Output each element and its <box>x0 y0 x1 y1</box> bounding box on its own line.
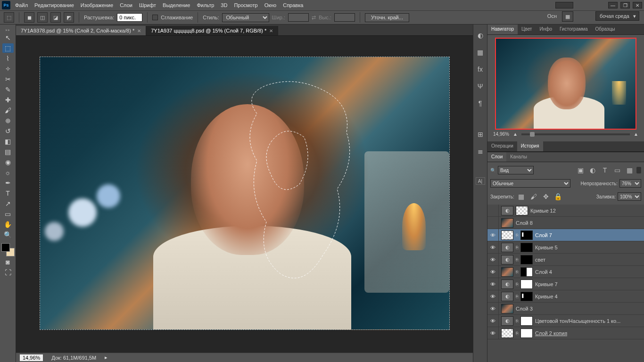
pen-tool[interactable]: ✒ <box>2 178 14 188</box>
workspace-icon[interactable]: ▦ <box>562 11 573 22</box>
refine-edge-button[interactable]: Уточн. край... <box>365 13 409 22</box>
tab-histogram[interactable]: Гистограмма <box>556 25 592 34</box>
layer-name[interactable]: Кривые 4 <box>535 294 558 299</box>
visibility-toggle[interactable]: 👁 <box>489 281 496 287</box>
layer-name[interactable]: свет <box>535 257 545 263</box>
filter-smart-icon[interactable]: ▦ <box>624 165 635 175</box>
layer-name[interactable]: Цветовой тон/Насыщенность 1 ко... <box>535 318 620 324</box>
layer-thumbnail[interactable] <box>501 230 513 240</box>
visibility-toggle[interactable]: 👁 <box>489 294 496 299</box>
antialias-checkbox[interactable] <box>152 15 158 20</box>
dock-char-icon[interactable]: Ψ <box>475 81 486 91</box>
canvas-image[interactable] <box>40 57 450 330</box>
dodge-tool[interactable]: ☼ <box>2 168 14 177</box>
dock-color-icon[interactable]: ◐ <box>475 30 486 41</box>
close-button[interactable]: ✕ <box>633 2 642 8</box>
navigator-thumbnail[interactable] <box>495 38 636 130</box>
screenmode-tool[interactable]: ⛶ <box>2 268 14 277</box>
layer-name[interactable]: Слой 2 копия <box>535 330 567 336</box>
minimize-button[interactable]: — <box>608 2 618 8</box>
layer-mask-thumbnail[interactable] <box>520 316 533 326</box>
tool-preset-icon[interactable]: ⬚ <box>4 12 14 23</box>
crop-tool[interactable]: ✂ <box>2 74 14 84</box>
dock-para-icon[interactable]: ¶ <box>475 98 486 108</box>
link-icon[interactable]: ⎘ <box>516 331 518 336</box>
menu-select[interactable]: Выделение <box>163 2 190 8</box>
hand-tool[interactable]: ✋ <box>2 220 14 229</box>
layer-row[interactable]: Слой 8 <box>487 217 644 229</box>
layer-name[interactable]: Кривые 5 <box>535 245 558 250</box>
tab-layers[interactable]: Слои <box>487 152 506 162</box>
filter-adj-icon[interactable]: ◐ <box>587 165 598 175</box>
layer-mask-thumbnail[interactable] <box>520 267 533 277</box>
tab-info[interactable]: Инфо <box>536 25 556 34</box>
layer-thumbnail[interactable]: ◐ <box>501 255 513 264</box>
lock-trans-icon[interactable]: ▦ <box>516 191 527 202</box>
document-tab-1[interactable]: 7Y1A9378.psd @ 15% (Слой 2, Слой-маска/8… <box>16 26 146 35</box>
layer-mask-thumbnail[interactable] <box>520 255 533 264</box>
brush-tool[interactable]: 🖌 <box>2 106 14 115</box>
layer-row[interactable]: 👁Слой 3 <box>487 303 644 315</box>
menu-image[interactable]: Изображение <box>81 2 113 8</box>
navigator-zoom-slider[interactable] <box>521 133 630 135</box>
zoom-out-icon[interactable]: ▲ <box>513 132 518 137</box>
tab-swatches[interactable]: Образцы <box>592 25 619 34</box>
filter-shape-icon[interactable]: ▭ <box>612 165 622 175</box>
healing-tool[interactable]: ✚ <box>2 95 14 105</box>
marquee-tool[interactable]: ⬚ <box>2 43 14 53</box>
canvas-viewport[interactable] <box>16 36 473 353</box>
filter-toggle[interactable] <box>636 167 641 173</box>
status-chevron-icon[interactable]: ▸ <box>105 354 107 361</box>
zoom-display[interactable]: 14,96% <box>20 354 43 361</box>
dock-swatches-icon[interactable]: ▦ <box>475 47 486 58</box>
layer-row[interactable]: 👁◐⎘Кривые 5 <box>487 241 644 254</box>
layer-row[interactable]: 👁◐⎘свет <box>487 254 644 266</box>
magic-wand-tool[interactable]: ✧ <box>2 64 14 74</box>
layer-name[interactable]: Слой 8 <box>516 220 533 226</box>
eraser-tool[interactable]: ◧ <box>2 137 14 146</box>
layer-mask-thumbnail[interactable]: ❚ <box>520 292 533 301</box>
link-icon[interactable]: ⎘ <box>516 294 518 299</box>
layer-mask-thumbnail[interactable] <box>520 243 533 252</box>
visibility-toggle[interactable]: 👁 <box>489 245 496 250</box>
stamp-tool[interactable]: ⊕ <box>2 116 14 125</box>
layer-row[interactable]: ◐Кривые 12 <box>487 205 644 217</box>
tab-channels[interactable]: Каналы <box>506 152 531 162</box>
visibility-toggle[interactable]: 👁 <box>489 232 496 238</box>
layer-thumbnail[interactable] <box>501 218 513 228</box>
tab-history[interactable]: История <box>517 141 543 151</box>
blend-mode-select[interactable]: Обычные <box>490 179 570 188</box>
subtract-selection-icon[interactable]: ◪ <box>50 12 61 23</box>
dock-actions-icon[interactable]: ≣ <box>475 146 486 156</box>
layer-row[interactable]: 👁◐⎘Цветовой тон/Насыщенность 1 ко... <box>487 315 644 327</box>
opacity-input[interactable]: 76% <box>619 179 641 188</box>
layer-row[interactable]: 👁⎘❚Слой 7 <box>487 229 644 241</box>
layer-row[interactable]: 👁◐⎘Кривые 7 <box>487 278 644 290</box>
layer-row[interactable]: 👁⎘ Слой 2 копия <box>487 327 644 339</box>
close-icon[interactable]: ✕ <box>269 28 273 33</box>
link-icon[interactable]: ⎘ <box>516 233 518 238</box>
dock-styles-icon[interactable]: fx <box>475 64 486 74</box>
feather-input[interactable] <box>117 13 142 22</box>
style-select[interactable]: Обычный <box>222 13 269 22</box>
move-tool[interactable]: ↖ <box>2 33 14 42</box>
visibility-toggle[interactable]: 👁 <box>489 269 496 275</box>
filter-pixel-icon[interactable]: ▣ <box>575 165 586 175</box>
layer-mask-thumbnail[interactable]: ❚ <box>520 230 533 240</box>
layer-row[interactable]: 👁◐⎘❚Кривые 4 <box>487 290 644 303</box>
layer-thumbnail[interactable] <box>501 329 513 338</box>
toolbox-grip[interactable]: ▸▸ <box>0 27 16 32</box>
foreground-color-swatch[interactable] <box>1 243 10 252</box>
layer-row[interactable]: 👁⎘Слой 4 <box>487 266 644 278</box>
tab-actions[interactable]: Операции <box>487 141 517 151</box>
layer-thumbnail[interactable]: ◐ <box>501 280 513 289</box>
zoom-in-icon[interactable]: ▲ <box>634 132 638 137</box>
layer-thumbnail[interactable]: ◐ <box>501 316 513 326</box>
link-icon[interactable]: ⎘ <box>516 319 518 323</box>
lock-all-icon[interactable]: 🔒 <box>553 191 563 202</box>
link-icon[interactable]: ⎘ <box>516 245 518 250</box>
layer-name[interactable]: Слой 3 <box>516 306 533 312</box>
menu-type[interactable]: Шрифт <box>139 2 156 8</box>
lock-pos-icon[interactable]: ✥ <box>541 191 551 202</box>
layer-mask-thumbnail[interactable] <box>520 280 533 289</box>
